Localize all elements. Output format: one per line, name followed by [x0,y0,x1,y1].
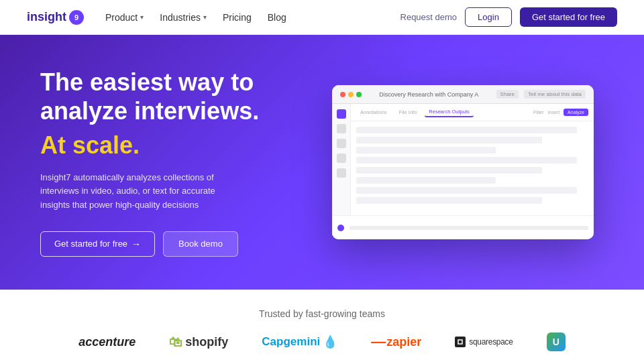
footer-line [350,226,588,230]
nav-left: insight Product ▾ Industries ▾ Pricing B… [27,10,286,25]
mockup-window-title: Discovery Research with Company A [367,91,491,98]
main-nav: insight Product ▾ Industries ▾ Pricing B… [0,0,644,35]
content-row [356,157,577,164]
hero-title-accent: At scale. [40,131,282,160]
shopify-logo: 🛍 shopify [169,335,228,350]
mockup-main-content [351,121,594,213]
content-row [356,187,577,194]
tab-research-outputs[interactable]: Research Outputs [425,107,473,117]
accenture-logo: accenture [78,335,136,349]
insert-label: Insert [548,110,560,115]
uptop-icon [547,333,566,351]
app-mockup: Discovery Research with Company A Share … [332,85,594,239]
tab-file-info[interactable]: File Info [395,108,421,117]
filter-label: Filter [533,110,544,115]
hero-buttons: Get started for free → Book demo [40,231,282,257]
chevron-down-icon: ▾ [140,13,144,21]
mockup-footer [332,215,594,239]
analyze-button[interactable]: Analyze [564,109,588,116]
content-row [356,177,496,184]
trusted-title: Trusted by fast-growing teams [27,308,617,319]
squarespace-logo: squarespace [455,337,513,347]
nav-link-industries[interactable]: Industries ▾ [160,12,207,23]
zapier-logo: —zapier [371,335,421,349]
mockup-topbar: Discovery Research with Company A Share … [332,85,594,104]
share-button[interactable]: Share [496,90,519,99]
hero-description: Insight7 automatically analyzes collecti… [40,171,241,213]
nav-right: Request demo Login Get started for free [400,7,617,27]
login-button[interactable]: Login [465,7,512,27]
book-demo-button[interactable]: Book demo [163,231,238,257]
nav-link-product[interactable]: Product ▾ [105,12,144,23]
shopify-bag-icon: 🛍 [169,335,182,350]
nav-links: Product ▾ Industries ▾ Pricing Blog [105,12,286,23]
content-row [356,197,542,204]
squarespace-icon [455,337,466,347]
get-started-nav-button[interactable]: Get started for free [520,7,617,27]
mockup-actions: Share Tell me about this data [496,90,586,99]
hero-right: Discovery Research with Company A Share … [322,85,604,239]
sidebar-icon-search[interactable] [337,139,346,148]
close-dot [340,92,345,97]
minimize-dot [348,92,354,97]
tab-annotations[interactable]: Annotations [356,108,391,117]
arrow-right-icon: → [131,239,141,249]
uptop-logo [547,333,566,351]
maximize-dot [356,92,362,97]
logo[interactable]: insight [27,10,84,25]
logo-text: insight [27,10,66,24]
sidebar-icon-settings[interactable] [337,168,346,178]
svg-rect-0 [455,337,466,347]
trusted-section: Trusted by fast-growing teams accenture … [0,290,644,362]
chevron-down-icon: ▾ [203,13,207,21]
get-started-hero-button[interactable]: Get started for free → [40,231,155,257]
sidebar-icon-files[interactable] [337,124,346,133]
content-row [356,167,542,174]
footer-dot [337,225,344,231]
logos-row: accenture 🛍 shopify Capgemini 💧 —zapier … [27,333,617,351]
sidebar-icon-home[interactable] [337,109,346,119]
content-row [356,127,577,133]
window-dots [340,92,362,97]
sidebar-icon-chat[interactable] [337,154,346,163]
hero-left: The easiest way to analyze interviews. A… [40,68,282,257]
content-row [356,147,496,154]
mockup-toolbar: Annotations File Info Research Outputs F… [351,104,594,121]
nav-link-pricing[interactable]: Pricing [223,12,252,23]
content-row [356,137,542,143]
nav-link-blog[interactable]: Blog [268,12,286,23]
toolbar-right: Filter Insert Analyze [533,109,588,116]
hero-title: The easiest way to analyze interviews. [40,68,282,125]
hero-section: The easiest way to analyze interviews. A… [0,35,644,290]
request-demo-link[interactable]: Request demo [400,12,458,22]
capgemini-logo: Capgemini 💧 [262,335,337,349]
logo-icon [69,10,84,25]
tell-button[interactable]: Tell me about this data [524,90,586,99]
